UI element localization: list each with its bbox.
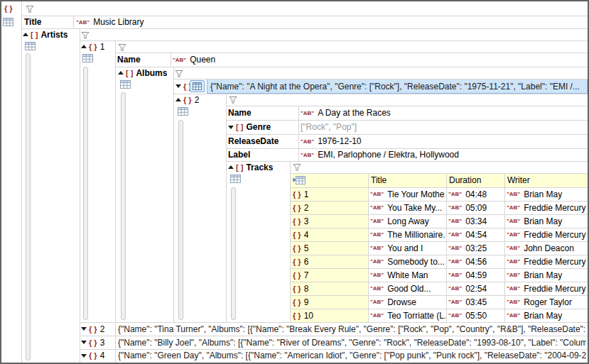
expand-toggle-icon[interactable] [81, 341, 87, 344]
tracks-filter-icon[interactable] [293, 163, 301, 172]
object-type-icon[interactable]: { } [89, 338, 97, 347]
expand-toggle-icon[interactable] [81, 327, 87, 331]
track-title[interactable]: You Take My... [387, 203, 442, 213]
track-duration[interactable]: 02:54 [465, 284, 487, 294]
title-key[interactable]: Title [24, 17, 41, 27]
object-type-icon[interactable]: { } [89, 43, 97, 51]
track-writer[interactable]: Roger Taylor [524, 297, 572, 307]
genre-collapsed-value[interactable]: ["Rock", "Pop"] [301, 122, 357, 132]
table-display-icon[interactable] [293, 175, 306, 185]
string-type-icon[interactable]: "AB" [370, 231, 384, 238]
string-type-icon[interactable]: "AB" [507, 258, 520, 265]
string-type-icon[interactable]: "AB" [448, 312, 462, 319]
track-writer[interactable]: Freddie Mercury [524, 230, 585, 240]
track-writer[interactable]: John Deacon [524, 243, 574, 253]
label-key[interactable]: Label [228, 150, 250, 160]
artist1-collapse-bar[interactable] [83, 67, 88, 320]
track-duration[interactable]: 04:56 [465, 257, 487, 267]
root-grid-icon[interactable] [3, 18, 13, 26]
string-type-icon[interactable]: "AB" [448, 191, 462, 197]
string-type-icon[interactable]: "AB" [507, 285, 520, 292]
column-header-duration[interactable]: Duration [449, 175, 481, 185]
string-type-icon[interactable]: "AB" [301, 152, 314, 158]
string-type-icon[interactable]: "AB" [370, 191, 384, 197]
table-row[interactable]: { }1 [293, 187, 308, 201]
album2-name-value[interactable]: A Day at the Races [318, 108, 391, 118]
string-type-icon[interactable]: "AB" [370, 204, 384, 211]
artist4-preview[interactable]: {"Name": "Green Day", "Albums": [{"Name"… [118, 351, 586, 360]
track-duration[interactable]: 04:59 [465, 270, 487, 280]
expand-toggle-icon[interactable] [175, 84, 181, 88]
title-value[interactable]: Music Library [93, 17, 144, 27]
track-title[interactable]: You and I [387, 243, 423, 253]
root-filter-icon[interactable] [26, 5, 34, 13]
genre-key[interactable]: Genre [246, 122, 271, 132]
track-title[interactable]: Good Old... [387, 284, 431, 294]
artist1-grid-icon[interactable] [82, 54, 93, 62]
string-type-icon[interactable]: "AB" [173, 57, 186, 63]
array-type-icon[interactable]: [ ] [236, 123, 243, 131]
track-title[interactable]: Drowse [387, 297, 416, 307]
string-type-icon[interactable]: "AB" [507, 191, 520, 197]
string-type-icon[interactable]: "AB" [507, 312, 520, 319]
string-type-icon[interactable]: "AB" [370, 272, 384, 278]
column-header-writer[interactable]: Writer [507, 175, 530, 185]
track-title[interactable]: White Man [387, 270, 428, 280]
collapse-toggle-icon[interactable] [23, 33, 28, 36]
string-type-icon[interactable]: "AB" [507, 299, 520, 305]
string-type-icon[interactable]: "AB" [448, 204, 462, 211]
artists-collapse-bar[interactable] [26, 53, 31, 360]
array-type-icon[interactable]: [ ] [236, 163, 243, 172]
table-row[interactable]: { }8 [293, 282, 308, 295]
string-type-icon[interactable]: "AB" [370, 312, 384, 319]
artist3-preview[interactable]: {"Name": "Billy Joel", "Albums": [{"Name… [118, 338, 586, 348]
string-type-icon[interactable]: "AB" [507, 272, 520, 278]
track-writer[interactable]: Freddie Mercury [524, 257, 585, 267]
array-type-icon[interactable]: [ ] [126, 69, 133, 77]
label-value[interactable]: EMI, Parlophone / Elektra, Hollywood [318, 150, 459, 160]
tracks-collapse-bar[interactable] [231, 187, 236, 320]
track-duration[interactable]: 05:09 [465, 203, 487, 213]
artists-key[interactable]: Artists [40, 30, 67, 40]
string-type-icon[interactable]: "AB" [507, 245, 520, 251]
table-row[interactable]: { }6 [293, 255, 308, 268]
tracks-grid-icon[interactable] [230, 175, 241, 183]
albums-filter-icon[interactable] [175, 70, 183, 78]
collapse-toggle-icon[interactable] [118, 71, 124, 75]
artist1-name-value[interactable]: Queen [190, 55, 215, 65]
expand-toggle-icon[interactable] [228, 126, 234, 129]
object-type-icon[interactable]: { } [89, 325, 97, 333]
artist2-preview[interactable]: {"Name": "Tina Turner", "Albums": [{"Nam… [118, 324, 586, 334]
track-duration[interactable]: 04:48 [465, 189, 487, 199]
album2-filter-icon[interactable] [229, 96, 237, 104]
name-key[interactable]: Name [228, 108, 252, 118]
artists-filter-icon[interactable] [81, 31, 90, 40]
album2-grid-icon[interactable] [178, 107, 188, 116]
string-type-icon[interactable]: "AB" [301, 110, 314, 116]
track-duration[interactable]: 04:54 [465, 230, 487, 240]
string-type-icon[interactable]: "AB" [507, 218, 520, 224]
object-type-icon[interactable]: { } [183, 96, 192, 104]
track-title[interactable]: Long Away [387, 216, 429, 226]
string-type-icon[interactable]: "AB" [448, 272, 462, 278]
track-duration[interactable]: 05:50 [465, 311, 487, 321]
albums-key[interactable]: Albums [136, 68, 167, 78]
track-title[interactable]: Tie Your Mothe... [387, 189, 445, 199]
track-writer[interactable]: Freddie Mercury [524, 203, 585, 213]
collapse-toggle-icon[interactable] [228, 165, 234, 169]
expand-toggle-icon[interactable] [81, 354, 87, 358]
object-type-icon[interactable]: { } [89, 351, 97, 360]
string-type-icon[interactable]: "AB" [370, 245, 384, 251]
string-type-icon[interactable]: "AB" [448, 231, 462, 238]
track-title[interactable]: Teo Torriatte (L... [387, 311, 445, 321]
track-duration[interactable]: 03:34 [465, 216, 487, 226]
string-type-icon[interactable]: "AB" [448, 285, 462, 292]
string-type-icon[interactable]: "AB" [370, 258, 384, 265]
table-row[interactable]: { }2 [293, 201, 308, 214]
string-type-icon[interactable]: "AB" [448, 258, 462, 265]
string-type-icon[interactable]: "AB" [448, 245, 462, 251]
string-type-icon[interactable]: "AB" [370, 299, 384, 305]
table-row[interactable]: { }7 [293, 268, 308, 282]
artist1-filter-icon[interactable] [118, 43, 126, 52]
tracks-key[interactable]: Tracks [246, 162, 273, 172]
